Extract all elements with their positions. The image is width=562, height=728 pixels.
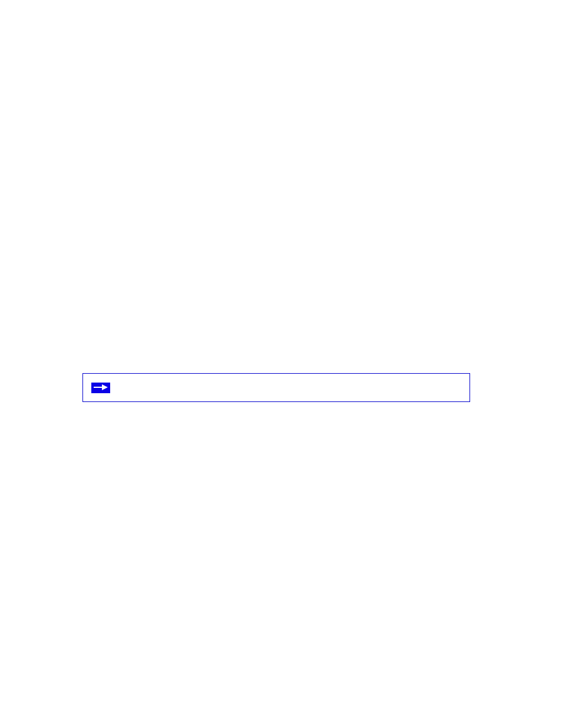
modify-step-3-text: Click Reset to cancel the changes and re… <box>97 274 328 282</box>
svg-rect-1 <box>91 380 110 383</box>
note-callout: Note: This setting is available only on … <box>82 373 470 402</box>
qos-item-4: Maximize-Throughput. Used when the volum… <box>82 542 470 564</box>
qos-paragraph-1: The Quality of Service (QoS) Priorities … <box>82 341 470 364</box>
note-label: Note: <box>117 380 137 389</box>
modify-step-1-text: In the Custom Services Table, click the … <box>82 221 454 241</box>
footer-page-number: 4-27 <box>467 691 480 699</box>
step-4-number: 4. <box>82 109 94 120</box>
qos-item-2: Minimize-Cost. Used when the data must b… <box>82 478 470 500</box>
modify-step-2-text: Modify the parameters you wish to change… <box>97 253 243 262</box>
section-heading-qos: Setting Quality of Service (QoS) Priorit… <box>82 319 470 333</box>
footer-left: Firewall Protection and Content Filterin… <box>82 691 198 699</box>
note-body: This setting is available only on outbou… <box>137 380 311 389</box>
modify-step-3: 3. Click Reset to cancel the changes and… <box>82 273 470 284</box>
section-heading-modifying: Modifying a Service <box>82 178 470 192</box>
step-5: 5. Click Add. The new custom service wil… <box>82 151 470 163</box>
step-4: 4. Select the desired action from the Fi… <box>82 109 470 143</box>
modify-step-1-number: 1. <box>82 220 94 232</box>
modify-step-2-number: 2. <box>82 252 94 263</box>
step-4-text: Select the desired action from the Filte… <box>82 110 462 141</box>
document-body: the comparison options may be specified:… <box>82 88 470 573</box>
step-5-text: Click Add. The new custom service will b… <box>97 152 366 161</box>
intro-line: the comparison options may be specified: <box>82 88 470 100</box>
modify-step-2: 2. Modify the parameters you wish to cha… <box>82 252 470 263</box>
modify-step-3-number: 3. <box>82 273 94 284</box>
modify-step-4-number: 4. <box>82 293 94 304</box>
modify-step-4-text: Click Apply to confirm your changes. The… <box>97 294 435 302</box>
qos-item-3: Maximize-Reliability. Used when data nee… <box>82 510 470 532</box>
step-5-number: 5. <box>82 151 94 163</box>
qos-paragraph-2: On the Services screen in the Customer S… <box>82 415 470 437</box>
qos-item-1: Normal-Service. No special priority give… <box>82 447 470 469</box>
note-text: Note: This setting is available only on … <box>117 380 311 391</box>
footer-version: v1.0, March 2009 <box>307 691 357 699</box>
modify-intro: To edit the parameters of a service: <box>82 200 470 211</box>
modify-step-4: 4. Click Apply to confirm your changes. … <box>82 293 470 304</box>
page-footer: Firewall Protection and Content Filterin… <box>82 691 480 699</box>
doc-title: ProSafe VPN Firewall 200 FVX538 Referenc… <box>82 35 480 44</box>
modify-step-1: 1. In the Custom Services Table, click t… <box>82 220 470 243</box>
arrow-right-icon <box>91 380 110 396</box>
